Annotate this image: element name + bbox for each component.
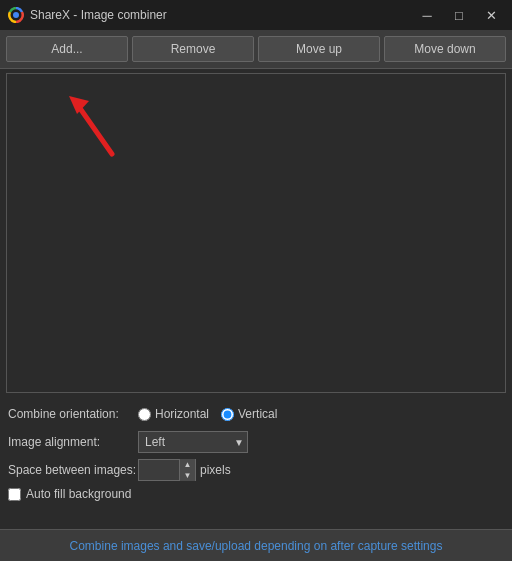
horizontal-option[interactable]: Horizontal [138,407,209,421]
image-list-area [6,73,506,393]
add-button[interactable]: Add... [6,36,128,62]
spinner-wrap: 0 ▲ ▼ pixels [138,459,231,481]
window-title: ShareX - Image combiner [30,8,408,22]
alignment-dropdown[interactable]: Left Center Right [138,431,248,453]
pixels-label: pixels [200,463,231,477]
maximize-button[interactable]: □ [446,4,472,26]
close-button[interactable]: ✕ [478,4,504,26]
minimize-button[interactable]: ─ [414,4,440,26]
combine-save-link[interactable]: Combine images and save/upload depending… [70,539,443,553]
vertical-radio[interactable] [221,408,234,421]
move-down-button[interactable]: Move down [384,36,506,62]
image-alignment-row: Image alignment: Left Center Right ▼ [8,431,504,453]
space-between-input[interactable]: 0 [139,460,179,480]
orientation-radio-group: Horizontal Vertical [138,407,277,421]
spinner-up-button[interactable]: ▲ [179,459,195,470]
horizontal-label: Horizontal [155,407,209,421]
remove-button[interactable]: Remove [132,36,254,62]
image-alignment-label: Image alignment: [8,435,138,449]
svg-marker-3 [69,96,89,114]
svg-line-2 [77,104,112,154]
svg-point-1 [13,12,19,18]
spinner-buttons: ▲ ▼ [179,459,195,481]
auto-fill-checkbox[interactable] [8,488,21,501]
auto-fill-row: Auto fill background [8,487,504,501]
vertical-option[interactable]: Vertical [221,407,277,421]
vertical-label: Vertical [238,407,277,421]
combine-orientation-row: Combine orientation: Horizontal Vertical [8,403,504,425]
title-bar: ShareX - Image combiner ─ □ ✕ [0,0,512,30]
space-between-row: Space between images: 0 ▲ ▼ pixels [8,459,504,481]
combine-orientation-label: Combine orientation: [8,407,138,421]
alignment-dropdown-wrap: Left Center Right ▼ [138,431,248,453]
spinner-group: 0 ▲ ▼ [138,459,196,481]
bottom-bar: Combine images and save/upload depending… [0,529,512,561]
auto-fill-label: Auto fill background [26,487,131,501]
horizontal-radio[interactable] [138,408,151,421]
move-up-button[interactable]: Move up [258,36,380,62]
options-panel: Combine orientation: Horizontal Vertical… [0,397,512,505]
toolbar: Add... Remove Move up Move down [0,30,512,69]
arrow-indicator [67,94,127,177]
spinner-down-button[interactable]: ▼ [179,470,195,481]
app-logo [8,7,24,23]
space-between-label: Space between images: [8,463,138,477]
